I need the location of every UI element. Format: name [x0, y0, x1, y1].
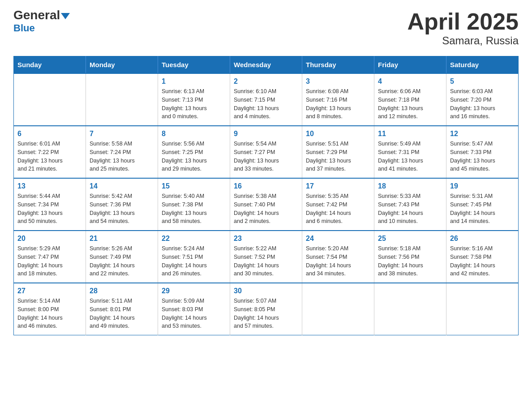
day-info: Sunrise: 5:11 AMSunset: 8:01 PMDaylight:… [90, 297, 154, 330]
calendar-day-cell: 21Sunrise: 5:26 AMSunset: 7:49 PMDayligh… [86, 231, 158, 283]
day-info: Sunrise: 5:22 AMSunset: 7:52 PMDaylight:… [234, 244, 298, 278]
calendar-week-row: 13Sunrise: 5:44 AMSunset: 7:34 PMDayligh… [14, 178, 519, 231]
calendar-day-cell: 27Sunrise: 5:14 AMSunset: 8:00 PMDayligh… [14, 283, 86, 335]
calendar-day-cell: 24Sunrise: 5:20 AMSunset: 7:54 PMDayligh… [302, 231, 374, 283]
calendar-week-row: 27Sunrise: 5:14 AMSunset: 8:00 PMDayligh… [14, 283, 519, 335]
calendar-day-cell: 25Sunrise: 5:18 AMSunset: 7:56 PMDayligh… [374, 231, 446, 283]
day-number: 14 [90, 182, 154, 190]
day-info: Sunrise: 5:29 AMSunset: 7:47 PMDaylight:… [17, 244, 82, 278]
day-number: 25 [378, 235, 442, 243]
calendar-day-cell: 7Sunrise: 5:58 AMSunset: 7:24 PMDaylight… [86, 126, 158, 178]
day-number: 28 [90, 287, 154, 295]
calendar-day-cell [302, 283, 374, 335]
day-info: Sunrise: 5:47 AMSunset: 7:33 PMDaylight:… [450, 140, 515, 173]
calendar-day-cell: 23Sunrise: 5:22 AMSunset: 7:52 PMDayligh… [230, 231, 302, 283]
day-info: Sunrise: 5:09 AMSunset: 8:03 PMDaylight:… [162, 297, 226, 330]
day-info: Sunrise: 5:14 AMSunset: 8:00 PMDaylight:… [17, 297, 82, 330]
day-number: 6 [17, 130, 82, 138]
calendar-day-cell: 5Sunrise: 6:03 AMSunset: 7:20 PMDaylight… [446, 73, 519, 126]
calendar-week-row: 20Sunrise: 5:29 AMSunset: 7:47 PMDayligh… [14, 231, 519, 283]
day-info: Sunrise: 5:31 AMSunset: 7:45 PMDaylight:… [450, 192, 515, 226]
calendar-day-cell: 8Sunrise: 5:56 AMSunset: 7:25 PMDaylight… [158, 126, 230, 178]
day-number: 2 [234, 77, 298, 86]
calendar-day-cell: 20Sunrise: 5:29 AMSunset: 7:47 PMDayligh… [14, 231, 86, 283]
day-number: 8 [162, 130, 226, 138]
day-info: Sunrise: 5:58 AMSunset: 7:24 PMDaylight:… [90, 140, 154, 173]
calendar-day-cell [374, 283, 446, 335]
calendar-day-cell: 1Sunrise: 6:13 AMSunset: 7:13 PMDaylight… [158, 73, 230, 126]
calendar-day-header: Wednesday [230, 56, 302, 74]
calendar-day-cell: 4Sunrise: 6:06 AMSunset: 7:18 PMDaylight… [374, 73, 446, 126]
calendar-day-cell: 6Sunrise: 6:01 AMSunset: 7:22 PMDaylight… [14, 126, 86, 178]
calendar-day-cell: 10Sunrise: 5:51 AMSunset: 7:29 PMDayligh… [302, 126, 374, 178]
calendar-day-cell: 15Sunrise: 5:40 AMSunset: 7:38 PMDayligh… [158, 178, 230, 231]
calendar-week-row: 1Sunrise: 6:13 AMSunset: 7:13 PMDaylight… [14, 73, 519, 126]
calendar-day-cell: 28Sunrise: 5:11 AMSunset: 8:01 PMDayligh… [86, 283, 158, 335]
logo-triangle-icon [61, 13, 70, 19]
calendar-day-cell: 3Sunrise: 6:08 AMSunset: 7:16 PMDaylight… [302, 73, 374, 126]
title-block: April 2025 Samara, Russia [407, 9, 519, 47]
calendar-header-row: SundayMondayTuesdayWednesdayThursdayFrid… [14, 56, 519, 74]
calendar-week-row: 6Sunrise: 6:01 AMSunset: 7:22 PMDaylight… [14, 126, 519, 178]
day-number: 12 [450, 130, 515, 138]
day-info: Sunrise: 6:01 AMSunset: 7:22 PMDaylight:… [17, 140, 82, 173]
page-title: April 2025 [407, 9, 519, 34]
calendar-day-cell: 17Sunrise: 5:35 AMSunset: 7:42 PMDayligh… [302, 178, 374, 231]
day-number: 16 [234, 182, 298, 190]
day-number: 20 [17, 235, 82, 243]
calendar-day-header: Sunday [14, 56, 86, 74]
calendar-day-cell: 19Sunrise: 5:31 AMSunset: 7:45 PMDayligh… [446, 178, 519, 231]
calendar-day-cell: 29Sunrise: 5:09 AMSunset: 8:03 PMDayligh… [158, 283, 230, 335]
calendar-day-cell: 13Sunrise: 5:44 AMSunset: 7:34 PMDayligh… [14, 178, 86, 231]
day-number: 24 [306, 235, 370, 243]
calendar-day-cell: 18Sunrise: 5:33 AMSunset: 7:43 PMDayligh… [374, 178, 446, 231]
calendar-day-header: Monday [86, 56, 158, 74]
calendar-day-cell: 12Sunrise: 5:47 AMSunset: 7:33 PMDayligh… [446, 126, 519, 178]
day-info: Sunrise: 5:51 AMSunset: 7:29 PMDaylight:… [306, 140, 370, 173]
day-number: 26 [450, 235, 515, 243]
calendar-day-header: Saturday [446, 56, 519, 74]
logo-blue: Blue [13, 22, 35, 34]
day-info: Sunrise: 6:13 AMSunset: 7:13 PMDaylight:… [162, 87, 226, 121]
calendar-day-header: Thursday [302, 56, 374, 74]
day-number: 1 [162, 77, 226, 86]
day-info: Sunrise: 5:40 AMSunset: 7:38 PMDaylight:… [162, 192, 226, 226]
day-number: 9 [234, 130, 298, 138]
calendar-day-cell: 16Sunrise: 5:38 AMSunset: 7:40 PMDayligh… [230, 178, 302, 231]
calendar-day-cell [86, 73, 158, 126]
calendar-day-header: Tuesday [158, 56, 230, 74]
day-number: 18 [378, 182, 442, 190]
day-number: 7 [90, 130, 154, 138]
day-info: Sunrise: 5:33 AMSunset: 7:43 PMDaylight:… [378, 192, 442, 226]
day-info: Sunrise: 6:03 AMSunset: 7:20 PMDaylight:… [450, 87, 515, 121]
day-number: 13 [17, 182, 82, 190]
calendar-day-cell: 9Sunrise: 5:54 AMSunset: 7:27 PMDaylight… [230, 126, 302, 178]
logo: General Blue [13, 9, 70, 34]
day-info: Sunrise: 5:20 AMSunset: 7:54 PMDaylight:… [306, 244, 370, 278]
day-info: Sunrise: 5:07 AMSunset: 8:05 PMDaylight:… [234, 297, 298, 330]
day-number: 4 [378, 77, 442, 86]
day-number: 22 [162, 235, 226, 243]
calendar-day-cell [14, 73, 86, 126]
day-number: 15 [162, 182, 226, 190]
day-info: Sunrise: 5:49 AMSunset: 7:31 PMDaylight:… [378, 140, 442, 173]
calendar-day-cell: 11Sunrise: 5:49 AMSunset: 7:31 PMDayligh… [374, 126, 446, 178]
day-info: Sunrise: 6:08 AMSunset: 7:16 PMDaylight:… [306, 87, 370, 121]
day-info: Sunrise: 5:16 AMSunset: 7:58 PMDaylight:… [450, 244, 515, 278]
day-number: 27 [17, 287, 82, 295]
day-number: 29 [162, 287, 226, 295]
day-number: 5 [450, 77, 515, 86]
calendar-table: SundayMondayTuesdayWednesdayThursdayFrid… [13, 56, 519, 335]
day-info: Sunrise: 5:24 AMSunset: 7:51 PMDaylight:… [162, 244, 226, 278]
day-number: 30 [234, 287, 298, 295]
day-info: Sunrise: 5:35 AMSunset: 7:42 PMDaylight:… [306, 192, 370, 226]
calendar-day-header: Friday [374, 56, 446, 74]
day-number: 17 [306, 182, 370, 190]
day-info: Sunrise: 5:54 AMSunset: 7:27 PMDaylight:… [234, 140, 298, 173]
calendar-day-cell: 14Sunrise: 5:42 AMSunset: 7:36 PMDayligh… [86, 178, 158, 231]
day-number: 11 [378, 130, 442, 138]
day-number: 21 [90, 235, 154, 243]
logo-main: General [13, 9, 70, 21]
calendar-day-cell: 30Sunrise: 5:07 AMSunset: 8:05 PMDayligh… [230, 283, 302, 335]
day-info: Sunrise: 5:26 AMSunset: 7:49 PMDaylight:… [90, 244, 154, 278]
